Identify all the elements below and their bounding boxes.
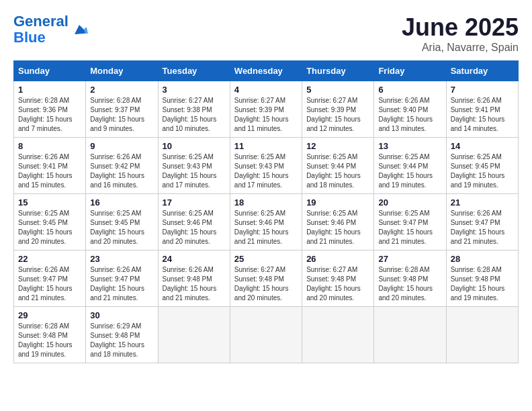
- weekday-header-wednesday: Wednesday: [230, 61, 302, 81]
- calendar-cell: 21Sunrise: 6:26 AMSunset: 9:47 PMDayligh…: [446, 194, 518, 250]
- day-number: 19: [306, 197, 369, 208]
- calendar-week-row: 15Sunrise: 6:25 AMSunset: 9:45 PMDayligh…: [14, 194, 519, 250]
- weekday-header-monday: Monday: [86, 61, 158, 81]
- calendar-cell: 10Sunrise: 6:25 AMSunset: 9:43 PMDayligh…: [158, 138, 230, 194]
- calendar-cell: 23Sunrise: 6:26 AMSunset: 9:47 PMDayligh…: [86, 250, 158, 307]
- day-number: 26: [306, 254, 369, 264]
- cell-details: Sunrise: 6:27 AMSunset: 9:48 PMDaylight:…: [234, 265, 298, 303]
- calendar-cell: 29Sunrise: 6:28 AMSunset: 9:48 PMDayligh…: [14, 307, 86, 363]
- day-number: 12: [306, 141, 369, 151]
- cell-details: Sunrise: 6:28 AMSunset: 9:36 PMDaylight:…: [18, 96, 81, 134]
- weekday-header-saturday: Saturday: [446, 61, 518, 81]
- cell-details: Sunrise: 6:26 AMSunset: 9:41 PMDaylight:…: [451, 96, 514, 134]
- cell-details: Sunrise: 6:25 AMSunset: 9:45 PMDaylight:…: [451, 152, 514, 190]
- cell-details: Sunrise: 6:25 AMSunset: 9:44 PMDaylight:…: [378, 152, 441, 190]
- calendar-week-row: 1Sunrise: 6:28 AMSunset: 9:36 PMDaylight…: [14, 81, 519, 138]
- cell-details: Sunrise: 6:28 AMSunset: 9:48 PMDaylight:…: [18, 322, 81, 359]
- calendar-cell: 1Sunrise: 6:28 AMSunset: 9:36 PMDaylight…: [14, 81, 86, 138]
- logo-icon: [70, 20, 89, 39]
- calendar-cell: 9Sunrise: 6:26 AMSunset: 9:42 PMDaylight…: [86, 138, 158, 194]
- weekday-header-tuesday: Tuesday: [158, 61, 230, 81]
- calendar-cell: 3Sunrise: 6:27 AMSunset: 9:38 PMDaylight…: [158, 81, 230, 138]
- day-number: 10: [163, 141, 226, 151]
- cell-details: Sunrise: 6:25 AMSunset: 9:45 PMDaylight:…: [90, 209, 153, 246]
- calendar-cell: 11Sunrise: 6:25 AMSunset: 9:43 PMDayligh…: [230, 138, 302, 194]
- logo-text: General Blue: [13, 13, 69, 46]
- calendar-cell: 2Sunrise: 6:28 AMSunset: 9:37 PMDaylight…: [86, 81, 158, 138]
- calendar-cell: 18Sunrise: 6:25 AMSunset: 9:46 PMDayligh…: [230, 194, 302, 250]
- month-title: June 2025: [402, 13, 519, 42]
- day-number: 21: [451, 197, 514, 208]
- calendar-cell: 20Sunrise: 6:25 AMSunset: 9:47 PMDayligh…: [374, 194, 446, 250]
- cell-details: Sunrise: 6:25 AMSunset: 9:44 PMDaylight:…: [306, 152, 369, 190]
- cell-details: Sunrise: 6:28 AMSunset: 9:48 PMDaylight:…: [378, 265, 441, 303]
- calendar-cell: 4Sunrise: 6:27 AMSunset: 9:39 PMDaylight…: [230, 81, 302, 138]
- cell-details: Sunrise: 6:25 AMSunset: 9:47 PMDaylight:…: [378, 209, 441, 246]
- cell-details: Sunrise: 6:26 AMSunset: 9:41 PMDaylight:…: [18, 152, 81, 190]
- day-number: 17: [163, 197, 226, 208]
- day-number: 7: [451, 85, 514, 95]
- day-number: 13: [378, 141, 441, 151]
- calendar-cell: 30Sunrise: 6:29 AMSunset: 9:48 PMDayligh…: [86, 307, 158, 363]
- day-number: 15: [18, 197, 81, 208]
- calendar-cell: 28Sunrise: 6:28 AMSunset: 9:48 PMDayligh…: [446, 250, 518, 307]
- calendar-cell: [302, 307, 374, 363]
- cell-details: Sunrise: 6:25 AMSunset: 9:45 PMDaylight:…: [18, 209, 81, 246]
- cell-details: Sunrise: 6:26 AMSunset: 9:48 PMDaylight:…: [163, 265, 226, 303]
- day-number: 18: [234, 197, 298, 208]
- calendar-cell: 15Sunrise: 6:25 AMSunset: 9:45 PMDayligh…: [14, 194, 86, 250]
- cell-details: Sunrise: 6:26 AMSunset: 9:40 PMDaylight:…: [378, 96, 441, 134]
- day-number: 4: [234, 85, 298, 95]
- calendar-week-row: 8Sunrise: 6:26 AMSunset: 9:41 PMDaylight…: [14, 138, 519, 194]
- day-number: 24: [163, 254, 226, 264]
- day-number: 23: [90, 254, 153, 264]
- cell-details: Sunrise: 6:29 AMSunset: 9:48 PMDaylight:…: [90, 322, 153, 359]
- calendar-cell: 27Sunrise: 6:28 AMSunset: 9:48 PMDayligh…: [374, 250, 446, 307]
- day-number: 22: [18, 254, 81, 264]
- location-title: Aria, Navarre, Spain: [402, 42, 519, 54]
- calendar-cell: [158, 307, 230, 363]
- calendar-cell: 19Sunrise: 6:25 AMSunset: 9:46 PMDayligh…: [302, 194, 374, 250]
- cell-details: Sunrise: 6:27 AMSunset: 9:38 PMDaylight:…: [163, 96, 226, 134]
- day-number: 20: [378, 197, 441, 208]
- cell-details: Sunrise: 6:27 AMSunset: 9:39 PMDaylight:…: [306, 96, 369, 134]
- calendar-cell: 5Sunrise: 6:27 AMSunset: 9:39 PMDaylight…: [302, 81, 374, 138]
- calendar-cell: 14Sunrise: 6:25 AMSunset: 9:45 PMDayligh…: [446, 138, 518, 194]
- calendar-cell: 17Sunrise: 6:25 AMSunset: 9:46 PMDayligh…: [158, 194, 230, 250]
- cell-details: Sunrise: 6:28 AMSunset: 9:37 PMDaylight:…: [90, 96, 153, 134]
- day-number: 16: [90, 197, 153, 208]
- day-number: 11: [234, 141, 298, 151]
- cell-details: Sunrise: 6:26 AMSunset: 9:47 PMDaylight:…: [18, 265, 81, 303]
- day-number: 2: [90, 85, 153, 95]
- calendar-cell: 22Sunrise: 6:26 AMSunset: 9:47 PMDayligh…: [14, 250, 86, 307]
- day-number: 3: [163, 85, 226, 95]
- logo: General Blue: [13, 13, 89, 46]
- cell-details: Sunrise: 6:25 AMSunset: 9:46 PMDaylight:…: [163, 209, 226, 246]
- day-number: 8: [18, 141, 81, 151]
- day-number: 6: [378, 85, 441, 95]
- calendar-week-row: 22Sunrise: 6:26 AMSunset: 9:47 PMDayligh…: [14, 250, 519, 307]
- calendar-cell: 7Sunrise: 6:26 AMSunset: 9:41 PMDaylight…: [446, 81, 518, 138]
- cell-details: Sunrise: 6:25 AMSunset: 9:43 PMDaylight:…: [234, 152, 298, 190]
- calendar-cell: 6Sunrise: 6:26 AMSunset: 9:40 PMDaylight…: [374, 81, 446, 138]
- cell-details: Sunrise: 6:25 AMSunset: 9:43 PMDaylight:…: [163, 152, 226, 190]
- cell-details: Sunrise: 6:26 AMSunset: 9:47 PMDaylight:…: [90, 265, 153, 303]
- calendar-cell: 12Sunrise: 6:25 AMSunset: 9:44 PMDayligh…: [302, 138, 374, 194]
- calendar-cell: 24Sunrise: 6:26 AMSunset: 9:48 PMDayligh…: [158, 250, 230, 307]
- day-number: 14: [451, 141, 514, 151]
- calendar-table: SundayMondayTuesdayWednesdayThursdayFrid…: [13, 60, 519, 363]
- calendar-week-row: 29Sunrise: 6:28 AMSunset: 9:48 PMDayligh…: [14, 307, 519, 363]
- weekday-header-thursday: Thursday: [302, 61, 374, 81]
- cell-details: Sunrise: 6:27 AMSunset: 9:39 PMDaylight:…: [234, 96, 298, 134]
- calendar-cell: [374, 307, 446, 363]
- day-number: 5: [306, 85, 369, 95]
- day-number: 28: [451, 254, 514, 264]
- cell-details: Sunrise: 6:26 AMSunset: 9:47 PMDaylight:…: [451, 209, 514, 246]
- weekday-header-friday: Friday: [374, 61, 446, 81]
- cell-details: Sunrise: 6:25 AMSunset: 9:46 PMDaylight:…: [234, 209, 298, 246]
- calendar-cell: [230, 307, 302, 363]
- day-number: 9: [90, 141, 153, 151]
- page-header: General Blue June 2025 Aria, Navarre, Sp…: [13, 13, 519, 54]
- cell-details: Sunrise: 6:26 AMSunset: 9:42 PMDaylight:…: [90, 152, 153, 190]
- day-number: 25: [234, 254, 298, 264]
